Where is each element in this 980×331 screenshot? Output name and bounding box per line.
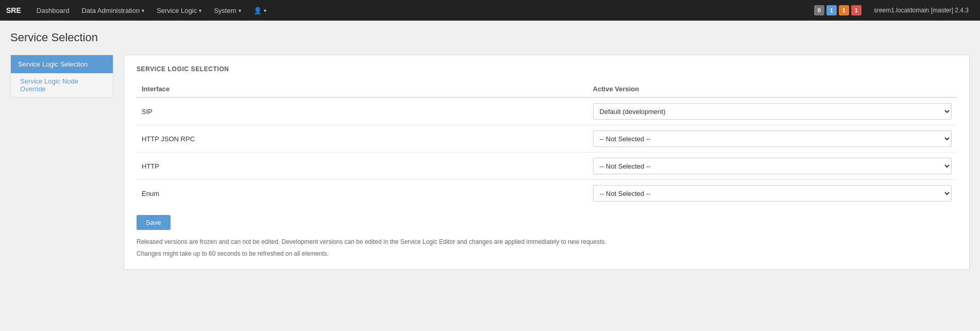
- chevron-down-icon: ▾: [199, 8, 201, 13]
- interface-http-json-rpc: HTTP JSON RPC: [137, 125, 588, 153]
- main-panel: SERVICE LOGIC SELECTION Interface Active…: [124, 55, 970, 270]
- badge-0[interactable]: 0: [814, 5, 824, 15]
- save-button[interactable]: Save: [137, 215, 171, 230]
- page-container: Service Selection Service Logic Selectio…: [0, 21, 980, 280]
- http-version-select[interactable]: -- Not Selected -- Default (development): [593, 158, 952, 174]
- sidebar-item-service-logic-selection[interactable]: Service Logic Selection: [11, 55, 113, 73]
- service-logic-table: Interface Active Version SIP: [137, 81, 957, 207]
- table-row: HTTP JSON RPC -- Not Selected -- Default…: [137, 125, 957, 153]
- user-info: sreem1.localdomain [master] 2.4.3: [869, 7, 974, 14]
- interface-http: HTTP: [137, 153, 588, 180]
- badge-1[interactable]: 1: [826, 5, 837, 15]
- brand: SRE: [6, 6, 21, 14]
- navbar: SRE Dashboard Data Administration ▾ Serv…: [0, 0, 980, 21]
- badge-2[interactable]: 1: [839, 5, 849, 15]
- nav-system[interactable]: System ▾: [208, 0, 247, 21]
- content-layout: Service Logic Selection Service Logic No…: [10, 55, 970, 270]
- interface-sip: SIP: [137, 97, 588, 125]
- section-title: SERVICE LOGIC SELECTION: [137, 65, 957, 73]
- version-http: -- Not Selected -- Default (development): [588, 153, 957, 180]
- chevron-down-icon: ▾: [264, 8, 266, 13]
- sidebar-item-service-logic-node-override[interactable]: Service Logic Node Override: [11, 73, 113, 97]
- page-title: Service Selection: [10, 31, 970, 44]
- nav-data-administration[interactable]: Data Administration ▾: [75, 0, 150, 21]
- sidebar: Service Logic Selection Service Logic No…: [10, 55, 113, 97]
- col-header-active-version: Active Version: [588, 81, 957, 97]
- info-text-2: Changes might take up to 60 seconds to b…: [137, 249, 957, 259]
- chevron-down-icon: ▾: [239, 8, 241, 13]
- notification-badges: 0 1 1 1 sreem1.localdomain [master] 2.4.…: [814, 5, 974, 15]
- table-row: Enum -- Not Selected -- Default (develop…: [137, 180, 957, 207]
- enum-version-select[interactable]: -- Not Selected -- Default (development): [593, 185, 952, 202]
- nav-user[interactable]: 👤 ▾: [247, 0, 273, 21]
- user-icon: 👤: [254, 7, 262, 14]
- interface-enum: Enum: [137, 180, 588, 207]
- nav-service-logic[interactable]: Service Logic ▾: [150, 0, 208, 21]
- version-http-json-rpc: -- Not Selected -- Default (development): [588, 125, 957, 153]
- badge-3[interactable]: 1: [851, 5, 861, 15]
- sip-version-select[interactable]: Default (development) -- Not Selected --: [593, 103, 952, 120]
- http-json-rpc-version-select[interactable]: -- Not Selected -- Default (development): [593, 130, 952, 147]
- table-row: SIP Default (development) -- Not Selecte…: [137, 97, 957, 125]
- info-text-1: Released versions are frozen and can not…: [137, 237, 957, 247]
- table-row: HTTP -- Not Selected -- Default (develop…: [137, 153, 957, 180]
- version-enum: -- Not Selected -- Default (development): [588, 180, 957, 207]
- col-header-interface: Interface: [137, 81, 588, 97]
- version-sip: Default (development) -- Not Selected --: [588, 97, 957, 125]
- chevron-down-icon: ▾: [142, 8, 144, 13]
- nav-dashboard[interactable]: Dashboard: [30, 0, 76, 21]
